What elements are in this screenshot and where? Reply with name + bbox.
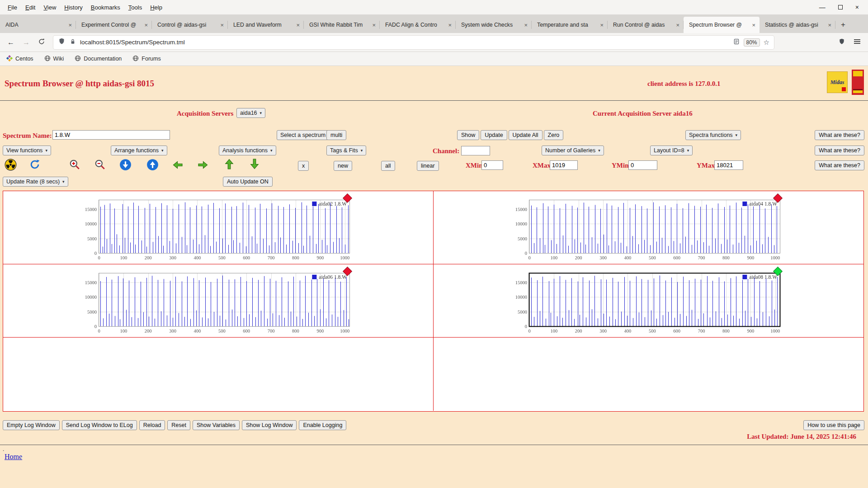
tab-white-rabbit[interactable]: GSI White Rabbit Tim× bbox=[304, 17, 380, 33]
menu-file[interactable]: File bbox=[4, 2, 21, 13]
arrow-left-icon[interactable] bbox=[171, 160, 184, 170]
bookmark-documentation[interactable]: Documentation bbox=[75, 55, 122, 63]
what-are-these-button-1[interactable]: What are these? bbox=[815, 130, 864, 140]
zoom-in-icon[interactable] bbox=[69, 159, 80, 170]
send-log-to-elog-button[interactable]: Send Log Window to ELog bbox=[62, 420, 137, 430]
menu-view[interactable]: View bbox=[39, 2, 60, 13]
back-icon[interactable]: ← bbox=[5, 38, 17, 47]
close-window-icon[interactable]: × bbox=[855, 4, 859, 10]
linear-button[interactable]: linear bbox=[417, 161, 439, 171]
url-input[interactable]: localhost:8015/Spectrum/Spectrum.tml bbox=[80, 39, 729, 46]
tab-system-checks[interactable]: System wide Checks× bbox=[456, 17, 532, 33]
arrow-right-icon[interactable] bbox=[196, 160, 210, 170]
tab-temperature[interactable]: Temperature and sta× bbox=[532, 17, 608, 33]
analysis-functions-dropdown[interactable]: Analysis functions▾ bbox=[219, 145, 276, 155]
tab-spectrum-browser[interactable]: Spectrum Browser @× bbox=[684, 17, 760, 33]
spectrum-plot-aida08[interactable] bbox=[513, 267, 784, 335]
x-button[interactable]: x bbox=[298, 161, 309, 171]
tab-control[interactable]: Control @ aidas-gsi× bbox=[152, 17, 228, 33]
ymin-input[interactable] bbox=[628, 160, 657, 170]
menu-edit[interactable]: Edit bbox=[21, 2, 39, 13]
reset-button[interactable]: Reset bbox=[167, 420, 190, 430]
close-tab-icon[interactable]: × bbox=[294, 22, 302, 28]
zoom-level-badge[interactable]: 80% bbox=[744, 38, 760, 47]
spectra-functions-dropdown[interactable]: Spectra functions▾ bbox=[685, 130, 741, 140]
menu-tools[interactable]: Tools bbox=[124, 2, 146, 13]
empty-log-window-button[interactable]: Empty Log Window bbox=[3, 420, 60, 430]
show-variables-button[interactable]: Show Variables bbox=[193, 420, 240, 430]
bookmark-forums[interactable]: Forums bbox=[132, 55, 160, 63]
lock-icon[interactable] bbox=[69, 38, 76, 47]
arrow-up-icon[interactable] bbox=[223, 157, 235, 171]
multi-button[interactable]: multi bbox=[326, 130, 346, 140]
tags-fits-dropdown[interactable]: Tags & Fits▾ bbox=[326, 145, 366, 155]
ymax-input[interactable] bbox=[714, 160, 743, 170]
bookmark-wiki[interactable]: Wiki bbox=[44, 55, 64, 63]
xmax-input[interactable] bbox=[550, 160, 578, 170]
url-bar[interactable]: localhost:8015/Spectrum/Spectrum.tml 80%… bbox=[53, 36, 774, 49]
show-log-window-button[interactable]: Show Log Window bbox=[242, 420, 297, 430]
new-button[interactable]: new bbox=[334, 161, 352, 171]
extension-shield-icon[interactable] bbox=[835, 38, 848, 47]
show-button[interactable]: Show bbox=[457, 130, 479, 140]
forward-icon[interactable]: → bbox=[20, 38, 33, 47]
update-button[interactable]: Update bbox=[481, 130, 507, 140]
close-tab-icon[interactable]: × bbox=[750, 22, 757, 28]
how-to-use-button[interactable]: How to use this page bbox=[803, 420, 864, 430]
tab-statistics[interactable]: Statistics @ aidas-gsi× bbox=[760, 17, 835, 33]
bookmark-centos[interactable]: Centos bbox=[6, 55, 33, 63]
tab-fadc-align[interactable]: FADC Align & Contro× bbox=[380, 17, 456, 33]
close-tab-icon[interactable]: × bbox=[446, 22, 453, 28]
arrange-functions-dropdown[interactable]: Arrange functions▾ bbox=[111, 145, 167, 155]
tab-aida[interactable]: AIDA× bbox=[0, 17, 76, 33]
acquisition-server-select[interactable]: aida16▾ bbox=[236, 108, 265, 118]
what-are-these-button-2[interactable]: What are these? bbox=[815, 145, 864, 155]
zero-button[interactable]: Zero bbox=[544, 130, 564, 140]
minimize-icon[interactable]: — bbox=[819, 4, 826, 10]
new-tab-button[interactable]: + bbox=[835, 17, 851, 33]
what-are-these-button-3[interactable]: What are these? bbox=[815, 160, 864, 170]
menu-bookmarks[interactable]: Bookmarks bbox=[87, 2, 124, 13]
auto-update-button[interactable]: Auto Update ON bbox=[223, 177, 273, 187]
tab-run-control[interactable]: Run Control @ aidas× bbox=[608, 17, 684, 33]
spectrum-plot-aida02[interactable] bbox=[83, 193, 354, 262]
close-tab-icon[interactable]: × bbox=[674, 22, 681, 28]
close-tab-icon[interactable]: × bbox=[66, 22, 74, 28]
maximize-icon[interactable] bbox=[838, 5, 843, 9]
hamburger-menu-icon[interactable] bbox=[851, 38, 863, 47]
shift-up-icon[interactable] bbox=[146, 159, 159, 171]
close-tab-icon[interactable]: × bbox=[598, 22, 605, 28]
menu-help[interactable]: Help bbox=[146, 2, 166, 13]
reload-button[interactable]: Reload bbox=[139, 420, 165, 430]
update-all-button[interactable]: Update All bbox=[509, 130, 542, 140]
tab-led-waveform[interactable]: LED and Waveform× bbox=[228, 17, 304, 33]
enable-logging-button[interactable]: Enable Logging bbox=[299, 420, 346, 430]
close-tab-icon[interactable]: × bbox=[218, 22, 226, 28]
spectrum-plot-aida06[interactable] bbox=[83, 267, 354, 335]
menu-history[interactable]: History bbox=[60, 2, 86, 13]
view-functions-dropdown[interactable]: View functions▾ bbox=[3, 145, 51, 155]
update-rate-dropdown[interactable]: Update Rate (8 secs)▾ bbox=[3, 177, 68, 187]
channel-input[interactable] bbox=[461, 146, 490, 155]
spectrum-name-input[interactable] bbox=[52, 130, 170, 140]
all-button[interactable]: all bbox=[381, 161, 395, 171]
reader-mode-icon[interactable] bbox=[733, 38, 740, 47]
layout-id-dropdown[interactable]: Layout ID=8▾ bbox=[650, 145, 693, 155]
close-tab-icon[interactable]: × bbox=[370, 22, 377, 28]
number-of-galleries-dropdown[interactable]: Number of Galleries▾ bbox=[542, 145, 604, 155]
select-spectrum-dropdown[interactable]: Select a spectrum▾ bbox=[277, 130, 334, 140]
zoom-out-icon[interactable] bbox=[94, 159, 106, 170]
tab-experiment-control[interactable]: Experiment Control @× bbox=[76, 17, 152, 33]
reload-icon[interactable] bbox=[35, 38, 48, 47]
bookmark-star-icon[interactable]: ☆ bbox=[764, 38, 769, 47]
xmin-input[interactable] bbox=[481, 160, 503, 170]
refresh-icon[interactable] bbox=[29, 159, 41, 170]
radiation-icon[interactable] bbox=[5, 159, 17, 171]
shift-down-icon[interactable] bbox=[119, 159, 132, 171]
close-tab-icon[interactable]: × bbox=[142, 22, 150, 28]
close-tab-icon[interactable]: × bbox=[522, 22, 529, 28]
arrow-down-icon[interactable] bbox=[249, 157, 260, 171]
spectrum-plot-aida04[interactable] bbox=[513, 193, 784, 262]
home-link[interactable]: Home bbox=[5, 453, 22, 461]
close-tab-icon[interactable]: × bbox=[826, 22, 833, 28]
